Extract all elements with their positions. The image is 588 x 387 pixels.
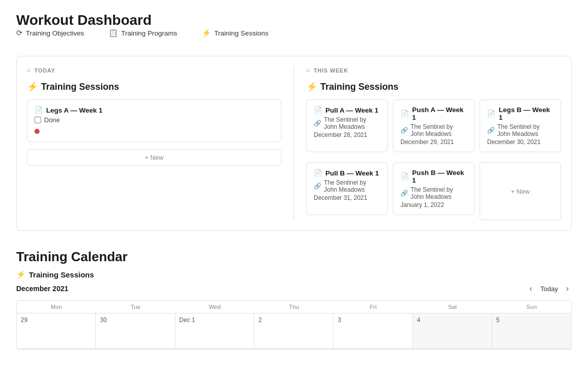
today-section-heading: ⚡ Training Sessions xyxy=(27,81,281,92)
week-card-4: 📄 Push B — Week 1 🔗 The Sentinel by John… xyxy=(393,162,474,215)
nav-item-programs[interactable]: 📋 Training Programs xyxy=(108,28,177,38)
cal-cell-2[interactable]: Dec 1 xyxy=(175,313,254,349)
cal-cell-6[interactable]: 5 xyxy=(492,313,571,349)
week-card-0: 📄 Pull A — Week 1 🔗 The Sentinel by John… xyxy=(306,99,388,152)
clock-icon: ○ xyxy=(27,66,31,74)
today-label: ○ TODAY xyxy=(27,66,281,74)
calendar-section: Training Calendar ⚡ Training Sessions De… xyxy=(16,249,572,349)
week-card-3-doc-icon: 📄 xyxy=(314,169,322,177)
calendar-grid: Mon Tue Wed Thu Fri Sat Sun 29 30 Dec 1 … xyxy=(16,300,572,349)
week-card-3: 📄 Pull B — Week 1 🔗 The Sentinel by John… xyxy=(306,162,388,215)
panel-today: ○ TODAY ⚡ Training Sessions 📄 Legs A — W… xyxy=(27,66,294,220)
panel-week: ○ THIS WEEK ⚡ Training Sessions 📄 Pull A… xyxy=(294,66,561,220)
cal-cell-4[interactable]: 3 xyxy=(334,313,413,349)
calendar-prev-button[interactable]: ‹ xyxy=(527,283,535,294)
calendar-section-heading: ⚡ Training Sessions xyxy=(16,270,572,279)
calendar-next-button[interactable]: › xyxy=(563,283,572,294)
week-lightning-icon: ⚡ xyxy=(306,81,317,92)
cal-num-4: 3 xyxy=(338,316,408,324)
calendar-lightning-icon: ⚡ xyxy=(16,270,26,279)
week-card-1: 📄 Push A — Week 1 🔗 The Sentinel by John… xyxy=(393,99,474,152)
cal-cell-1[interactable]: 30 xyxy=(96,313,175,349)
nav-item-sessions[interactable]: ⚡ Training Sessions xyxy=(202,28,269,38)
cal-num-3: 2 xyxy=(259,316,329,324)
done-checkbox[interactable] xyxy=(34,117,41,123)
cal-num-1: 30 xyxy=(100,316,170,324)
cal-cell-5[interactable]: 4 xyxy=(413,313,492,349)
week-clock-icon: ○ xyxy=(306,66,311,74)
cal-header-wed: Wed xyxy=(175,301,254,313)
done-row: Done xyxy=(34,116,274,124)
calendar-today-button[interactable]: Today xyxy=(538,284,560,294)
cal-cell-0[interactable]: 29 xyxy=(17,313,96,349)
week-cards-grid: 📄 Pull A — Week 1 🔗 The Sentinel by John… xyxy=(306,99,561,220)
cal-num-0: 29 xyxy=(21,316,91,324)
cal-cell-3[interactable]: 2 xyxy=(254,313,334,349)
nav-item-objectives[interactable]: ⟳ Training Objectives xyxy=(16,28,84,38)
cal-header-mon: Mon xyxy=(17,301,96,313)
cal-header-sat: Sat xyxy=(413,301,492,313)
week-card-1-doc-icon: 📄 xyxy=(400,110,409,118)
week-new-button[interactable]: + New xyxy=(480,162,561,220)
calendar-header: December 2021 ‹ Today › xyxy=(16,283,572,294)
cal-header-tue: Tue xyxy=(96,301,175,313)
cal-num-6: 5 xyxy=(496,316,567,324)
week-label: ○ THIS WEEK xyxy=(306,66,561,74)
week-card-1-link-icon: 🔗 xyxy=(400,127,408,134)
programs-icon: 📋 xyxy=(108,28,118,38)
cal-header-fri: Fri xyxy=(334,301,413,313)
cal-num-5: 4 xyxy=(417,316,487,324)
dashboard-grid: ○ TODAY ⚡ Training Sessions 📄 Legs A — W… xyxy=(16,56,572,231)
page-title: Workout Dashboard xyxy=(16,12,572,28)
calendar-nav: ‹ Today › xyxy=(527,283,572,294)
cal-num-2: Dec 1 xyxy=(179,316,250,324)
week-card-0-doc-icon: 📄 xyxy=(314,106,322,114)
calendar-title: Training Calendar xyxy=(16,249,572,265)
today-card-title: 📄 Legs A — Week 1 xyxy=(34,106,274,114)
week-card-4-link-icon: 🔗 xyxy=(400,190,408,197)
week-card-2: 📄 Legs B — Week 1 🔗 The Sentinel by John… xyxy=(480,99,561,152)
sessions-icon: ⚡ xyxy=(202,28,211,38)
week-section-heading: ⚡ Training Sessions xyxy=(306,81,561,92)
today-session-card: 📄 Legs A — Week 1 Done xyxy=(27,99,281,142)
week-card-2-link-icon: 🔗 xyxy=(487,127,495,134)
calendar-month: December 2021 xyxy=(16,285,68,293)
objectives-icon: ⟳ xyxy=(16,28,23,38)
week-card-4-doc-icon: 📄 xyxy=(400,172,409,181)
cal-header-thu: Thu xyxy=(254,301,334,313)
week-card-0-link-icon: 🔗 xyxy=(314,120,321,127)
nav-bar: ⟳ Training Objectives 📋 Training Program… xyxy=(16,28,572,44)
week-card-2-doc-icon: 📄 xyxy=(487,110,496,118)
week-card-3-link-icon: 🔗 xyxy=(314,183,321,190)
red-status-dot xyxy=(34,129,40,134)
today-new-button[interactable]: + New xyxy=(27,149,281,166)
today-doc-icon: 📄 xyxy=(34,106,43,114)
today-lightning-icon: ⚡ xyxy=(27,81,38,92)
cal-header-sun: Sun xyxy=(492,301,571,313)
